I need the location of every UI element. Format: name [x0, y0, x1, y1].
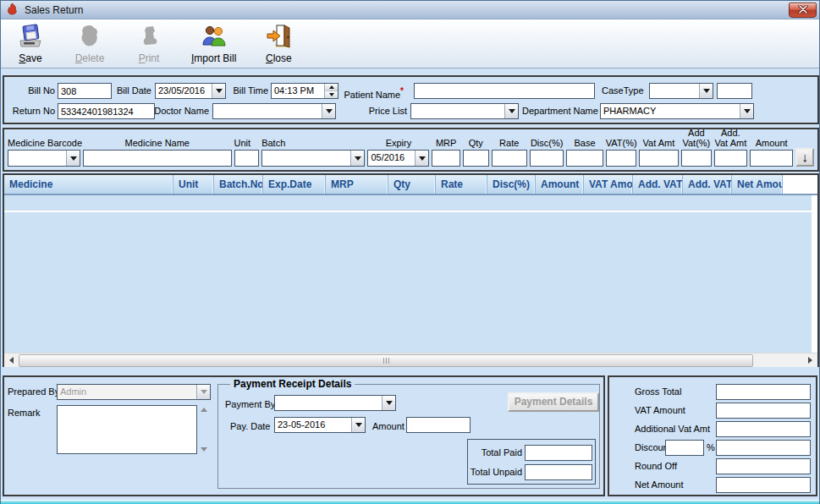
scroll-up-icon[interactable]	[201, 408, 207, 412]
add-vat-pct-input[interactable]	[681, 150, 712, 167]
close-button[interactable]: Close	[259, 22, 298, 65]
gross-total-input[interactable]	[716, 384, 811, 400]
chevron-down-icon[interactable]	[382, 396, 395, 410]
chevron-down-icon[interactable]	[350, 151, 364, 166]
chevron-down-icon[interactable]	[212, 84, 225, 98]
pay-date-dropdown[interactable]: 23-05-2016	[274, 417, 366, 433]
patient-name-input[interactable]	[414, 83, 595, 99]
grid-col-medicine[interactable]: Medicine	[4, 175, 173, 194]
add-row-button[interactable]: ↓	[795, 148, 814, 167]
save-label: Save	[19, 52, 41, 64]
grid-header-filler	[783, 175, 817, 194]
payment-by-dropdown[interactable]	[274, 395, 396, 411]
totals-paid-box: Total Paid Total Unpaid	[467, 439, 596, 485]
round-off-input[interactable]	[716, 458, 811, 474]
unit-input[interactable]	[234, 150, 260, 167]
expiry-dropdown[interactable]: 05/2016	[367, 150, 429, 167]
chevron-down-icon[interactable]	[66, 151, 80, 166]
case-type-dropdown[interactable]	[649, 83, 713, 99]
print-button[interactable]: Print	[129, 22, 168, 65]
spin-up-icon[interactable]	[325, 84, 338, 91]
net-amount-input[interactable]	[716, 477, 811, 493]
bill-date-dropdown[interactable]: 23/05/2016	[155, 83, 226, 99]
mrp-label: MRP	[432, 138, 460, 148]
disc-label: Disc(%)	[530, 138, 564, 148]
base-input[interactable]	[566, 150, 603, 167]
batch-label: Batch	[261, 138, 365, 148]
rate-input[interactable]	[492, 150, 527, 167]
additional-vat-input[interactable]	[716, 421, 811, 437]
chevron-down-icon[interactable]	[699, 84, 713, 98]
vat-amount-input[interactable]	[716, 403, 811, 419]
price-list-label: Price List	[363, 103, 407, 119]
pay-amount-input[interactable]	[406, 417, 471, 433]
grid-col-disc[interactable]: Disc(%)	[487, 175, 536, 194]
grid-col-add-vat-2[interactable]: Add. VAT	[683, 175, 732, 194]
grid-col-batch-no[interactable]: Batch.No	[214, 175, 263, 194]
grid-col-rate[interactable]: Rate	[436, 175, 487, 194]
grid-col-amount[interactable]: Amount	[536, 175, 584, 194]
chevron-down-icon	[196, 385, 210, 399]
grid-col-vat-amount[interactable]: VAT Amou	[584, 175, 633, 194]
close-x-icon	[798, 5, 808, 15]
qty-input[interactable]	[463, 150, 489, 167]
payment-receipt-title: Payment Receipt Details	[230, 378, 355, 390]
total-paid-input[interactable]	[525, 445, 592, 461]
delete-button[interactable]: Delete	[70, 22, 109, 65]
department-name-dropdown[interactable]: PHARMACY	[600, 103, 754, 119]
grid-horizontal-scrollbar[interactable]	[4, 353, 817, 367]
medicine-barcode-dropdown[interactable]	[8, 150, 80, 167]
grid-col-add-vat-1[interactable]: Add. VAT	[633, 175, 683, 194]
vat-amt-input[interactable]	[639, 150, 679, 167]
bill-time-spinner[interactable]: 04:13 PM	[271, 83, 338, 99]
save-button[interactable]: Save	[11, 22, 50, 65]
bill-date-label: Bill Date	[104, 83, 151, 99]
vat-pct-input[interactable]	[606, 150, 636, 167]
doctor-name-dropdown[interactable]	[212, 103, 336, 119]
footer-panel: Prepared By Admin Remark Payment Receipt…	[3, 375, 605, 496]
scrollbar-thumb[interactable]	[19, 354, 753, 367]
payment-details-button[interactable]: Payment Details	[508, 392, 599, 412]
grid-col-unit[interactable]: Unit	[173, 175, 214, 194]
total-unpaid-input[interactable]	[525, 464, 592, 480]
rate-label: Rate	[492, 138, 527, 148]
disc-input[interactable]	[530, 150, 564, 167]
chevron-down-icon[interactable]	[351, 418, 365, 432]
grid-body-empty[interactable]	[4, 195, 817, 353]
medicine-name-input[interactable]	[83, 150, 232, 167]
case-type-extra-input[interactable]	[717, 83, 752, 99]
remark-textarea[interactable]	[57, 405, 197, 454]
spin-down-icon[interactable]	[325, 91, 338, 98]
save-icon	[17, 23, 44, 52]
grid-col-mrp[interactable]: MRP	[326, 175, 388, 194]
mrp-input[interactable]	[432, 150, 460, 167]
discount-pct-input[interactable]	[665, 440, 704, 456]
chevron-down-icon[interactable]	[740, 104, 753, 118]
price-list-dropdown[interactable]	[410, 103, 519, 119]
amount-label: Amount	[750, 138, 793, 148]
grid-col-net-amount[interactable]: Net Amou	[732, 175, 783, 194]
expiry-label: Expiry	[367, 138, 429, 148]
round-off-label: Round Off	[635, 458, 715, 474]
discount-amount-input[interactable]	[716, 440, 811, 456]
remark-scrollbar[interactable]	[198, 405, 210, 454]
app-icon	[6, 3, 19, 17]
chevron-down-icon[interactable]	[322, 104, 335, 118]
import-bill-button[interactable]: Import Bill	[189, 22, 239, 65]
net-amount-label: Net Amount	[635, 477, 715, 493]
chevron-down-icon[interactable]	[415, 151, 428, 166]
chevron-down-icon[interactable]	[504, 104, 518, 118]
prepared-by-dropdown[interactable]: Admin	[57, 384, 211, 400]
grid-col-exp-date[interactable]: Exp.Date	[263, 175, 326, 194]
batch-dropdown[interactable]	[261, 150, 365, 167]
add-vat-amt-input[interactable]	[714, 150, 747, 167]
return-no-input[interactable]	[58, 103, 155, 119]
payment-by-label: Payment By	[225, 397, 275, 413]
amount-input[interactable]	[750, 150, 793, 167]
scroll-left-icon[interactable]	[4, 353, 19, 368]
scroll-right-icon[interactable]	[803, 353, 817, 368]
scroll-down-icon[interactable]	[201, 447, 207, 452]
window-close-button[interactable]	[789, 3, 817, 18]
grid-col-qty[interactable]: Qty	[388, 175, 436, 194]
vat-amt-label: Vat Amt	[639, 138, 679, 148]
